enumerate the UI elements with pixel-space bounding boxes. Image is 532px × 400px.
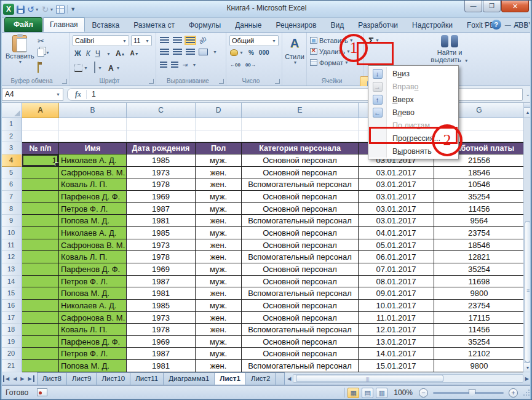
cell-B10[interactable]: Николаев А. Д. — [59, 227, 127, 239]
cell-G12[interactable]: 12821 — [434, 251, 525, 263]
zoom-slider-thumb[interactable] — [469, 389, 475, 397]
tab-file[interactable]: Файл — [4, 17, 42, 32]
cell-D4[interactable]: муж. — [196, 154, 242, 167]
cell-F12[interactable]: 06.01.2017 — [359, 251, 434, 263]
row-header-21[interactable]: 21 — [1, 360, 22, 372]
cell-A2[interactable] — [22, 130, 59, 143]
cell-E15[interactable]: Вспомогательный персонал — [242, 287, 359, 300]
cell-B3[interactable]: Имя — [59, 142, 127, 154]
cell-C15[interactable]: 1981 — [127, 287, 196, 300]
cell-D16[interactable]: муж. — [196, 300, 242, 312]
cell-F17[interactable]: 11.01.2017 — [359, 312, 434, 324]
decrease-indent-button[interactable] — [160, 62, 167, 68]
cell-B17[interactable]: Сафронова В. М. — [59, 312, 127, 324]
cell-A9[interactable] — [22, 215, 59, 227]
cell-C3[interactable]: Дата рождения — [127, 142, 196, 154]
cut-button[interactable]: ✂ — [38, 36, 44, 46]
menu-item-Вн[interactable]: ↓Вниз — [368, 67, 458, 80]
tab-page-layout[interactable]: Разметка ст — [127, 18, 181, 32]
cell-F10[interactable]: 04.01.2017 — [359, 227, 434, 239]
cell-E11[interactable]: Основной персонал — [242, 239, 359, 252]
tab-formulas[interactable]: Формулы — [182, 18, 228, 32]
sheet-tab-Лист9[interactable]: Лист9 — [66, 372, 97, 385]
workbook-restore-icon[interactable]: ❐ — [515, 22, 520, 28]
cell-D2[interactable] — [196, 130, 242, 143]
zoom-level[interactable]: 100% — [394, 388, 413, 397]
cell-C9[interactable]: 1981 — [127, 215, 196, 227]
cell-D19[interactable]: муж. — [196, 336, 242, 348]
cell-B5[interactable]: Сафронова В. М. — [59, 167, 127, 179]
cell-C21[interactable]: 1981 — [127, 360, 196, 372]
cell-D21[interactable]: жен. — [196, 360, 242, 372]
cell-A17[interactable] — [22, 312, 59, 324]
cell-G5[interactable]: 18546 — [434, 167, 525, 179]
cell-G21[interactable]: 9800 — [434, 360, 525, 372]
cell-E10[interactable]: Основной персонал — [242, 227, 359, 239]
cell-D3[interactable]: Пол — [196, 142, 242, 154]
cell-E5[interactable]: Основной персонал — [242, 167, 359, 179]
grow-font-button[interactable]: А▲ — [116, 50, 125, 57]
cell-B12[interactable]: Коваль Л. П. — [59, 251, 127, 263]
cell-A16[interactable] — [22, 300, 59, 312]
cell-B19[interactable]: Парфенов Д. Ф. — [59, 336, 127, 348]
italic-button[interactable]: К — [86, 49, 90, 58]
cell-G9[interactable]: 9564 — [434, 215, 525, 227]
cell-C14[interactable]: 1987 — [127, 276, 196, 288]
cell-A10[interactable] — [22, 227, 59, 239]
cell-C20[interactable]: 1987 — [127, 348, 196, 360]
number-dialog-launcher-icon[interactable] — [275, 79, 280, 84]
cell-D20[interactable]: муж. — [196, 348, 242, 360]
cell-G18[interactable]: 11456 — [434, 324, 525, 336]
cell-A19[interactable] — [22, 336, 59, 348]
cell-E12[interactable]: Вспомогательный персонал — [242, 251, 359, 263]
tab-review[interactable]: Рецензиров — [269, 18, 323, 32]
cell-F16[interactable]: 10.01.2017 — [359, 300, 434, 312]
sheet-tab-Лист8[interactable]: Лист8 — [37, 372, 67, 385]
cell-G13[interactable]: 35254 — [434, 263, 525, 276]
cell-A6[interactable] — [22, 178, 59, 191]
cell-E20[interactable]: Основной персонал — [242, 348, 359, 360]
cell-A4[interactable]: 1 — [22, 154, 59, 167]
cell-A11[interactable] — [22, 239, 59, 252]
close-button[interactable]: ✕ — [501, 1, 529, 12]
cell-E19[interactable]: Основной персонал — [242, 336, 359, 348]
menu-item-В[interactable]: ↑Вверх — [368, 93, 458, 106]
cell-E18[interactable]: Вспомогательный персонал — [242, 324, 359, 336]
tab-home[interactable]: Главная — [43, 17, 85, 32]
row-header-12[interactable]: 12 — [1, 251, 22, 263]
cell-E17[interactable]: Основной персонал — [242, 312, 359, 324]
tab-developer[interactable]: Разработчи — [351, 18, 405, 32]
cell-G7[interactable]: 35254 — [434, 191, 525, 203]
hscroll-left-icon[interactable]: ◀ — [285, 376, 293, 382]
row-header-9[interactable]: 9 — [1, 215, 22, 227]
row-header-10[interactable]: 10 — [1, 227, 22, 239]
number-format-select[interactable]: Общий▼ — [229, 35, 279, 46]
cell-G19[interactable]: 35254 — [434, 336, 525, 348]
next-sheet-icon[interactable]: ▶ — [19, 375, 25, 382]
row-header-13[interactable]: 13 — [1, 263, 22, 276]
cell-B7[interactable]: Парфенов Д. Ф. — [59, 191, 127, 203]
row-header-16[interactable]: 16 — [1, 300, 22, 312]
row-header-1[interactable]: 1 — [1, 118, 22, 130]
font-size-select[interactable]: 11▼ — [131, 35, 152, 46]
cell-B11[interactable]: Сафронова В. М. — [59, 239, 127, 252]
accounting-format-button[interactable]: ▼ — [230, 49, 244, 56]
cell-D18[interactable]: жен. — [196, 324, 242, 336]
cell-D10[interactable]: муж. — [196, 227, 242, 239]
cell-B14[interactable]: Петров Ф. Л. — [59, 276, 127, 288]
cell-A15[interactable] — [22, 287, 59, 300]
cell-G20[interactable]: 12102 — [434, 348, 525, 360]
percent-style-button[interactable]: % — [248, 49, 254, 56]
row-header-11[interactable]: 11 — [1, 239, 22, 252]
cell-B20[interactable]: Петров Ф. Л. — [59, 348, 127, 360]
bold-button[interactable]: Ж — [74, 49, 81, 58]
cell-D1[interactable] — [196, 118, 242, 130]
copy-button[interactable]: ▼ — [38, 49, 50, 57]
find-select-button[interactable]: Найти ивыделить ▼ — [430, 33, 469, 65]
cell-B1[interactable] — [59, 118, 127, 130]
horizontal-scrollbar[interactable]: ◀ ▶ — [285, 374, 531, 383]
cell-E4[interactable]: Основной персонал — [242, 154, 359, 167]
cell-F20[interactable]: 14.01.2017 — [359, 348, 434, 360]
cell-F7[interactable]: 03.01.2017 — [359, 191, 434, 203]
cell-C8[interactable]: 1987 — [127, 203, 196, 215]
